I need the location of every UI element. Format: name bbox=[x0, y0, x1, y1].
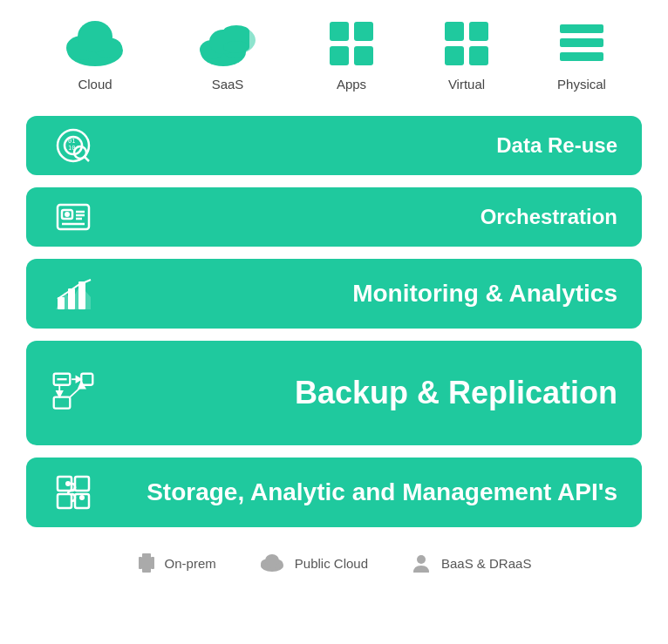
svg-text:01: 01 bbox=[68, 138, 75, 145]
baas-legend-item: BaaS & DRaaS bbox=[410, 552, 531, 574]
svg-point-27 bbox=[74, 146, 86, 159]
public-cloud-legend-item: Public Cloud bbox=[258, 552, 368, 574]
svg-rect-19 bbox=[469, 46, 488, 65]
backup-label: Backup & Replication bbox=[96, 375, 617, 411]
monitoring-icon-box bbox=[51, 273, 96, 315]
storage-label: Storage, Analytic and Management API's bbox=[96, 478, 617, 506]
storage-icon-box bbox=[51, 471, 96, 513]
svg-rect-15 bbox=[354, 46, 373, 65]
virtual-label: Virtual bbox=[448, 77, 485, 92]
svg-point-47 bbox=[65, 481, 71, 486]
orchestration-icon bbox=[54, 198, 92, 236]
monitoring-icon bbox=[52, 273, 94, 315]
svg-point-48 bbox=[79, 495, 85, 500]
svg-marker-40 bbox=[57, 391, 62, 397]
monitoring-label: Monitoring & Analytics bbox=[96, 280, 617, 308]
svg-rect-45 bbox=[58, 494, 72, 508]
cloud-icon bbox=[60, 17, 130, 70]
svg-rect-17 bbox=[469, 22, 488, 41]
svg-point-3 bbox=[78, 21, 112, 52]
orchestration-label: Orchestration bbox=[96, 205, 617, 229]
physical-icon bbox=[556, 17, 608, 70]
backup-icon bbox=[51, 369, 96, 417]
svg-point-55 bbox=[265, 554, 279, 566]
svg-rect-44 bbox=[75, 477, 89, 491]
backup-row: Backup & Replication bbox=[26, 341, 642, 445]
apps-label: Apps bbox=[337, 77, 366, 92]
orchestration-icon-box bbox=[51, 198, 96, 236]
storage-icon bbox=[52, 471, 94, 513]
svg-line-28 bbox=[85, 157, 89, 161]
public-cloud-label: Public Cloud bbox=[295, 556, 368, 571]
apps-icon bbox=[325, 17, 378, 70]
svg-rect-12 bbox=[330, 22, 349, 41]
saas-label: SaaS bbox=[212, 77, 244, 92]
saas-icon-item: SaaS bbox=[193, 17, 262, 92]
virtual-icon bbox=[440, 17, 493, 70]
baas-label: BaaS & DRaaS bbox=[441, 556, 531, 571]
data-reuse-icon-box: 01 10 bbox=[51, 126, 96, 165]
data-reuse-row: 01 10 Data Re-use bbox=[26, 116, 642, 175]
svg-rect-51 bbox=[151, 557, 154, 569]
features-list: 01 10 Data Re-use Orchestration bbox=[26, 116, 642, 527]
svg-point-56 bbox=[417, 555, 426, 564]
svg-point-32 bbox=[65, 212, 70, 217]
svg-rect-50 bbox=[139, 557, 142, 569]
svg-rect-20 bbox=[560, 24, 603, 33]
svg-rect-39 bbox=[81, 374, 92, 385]
top-icons-row: Cloud SaaS Apps bbox=[29, 17, 639, 92]
onprem-icon bbox=[137, 552, 156, 574]
svg-marker-38 bbox=[77, 376, 81, 382]
svg-rect-49 bbox=[142, 553, 151, 573]
physical-label: Physical bbox=[557, 77, 606, 92]
svg-point-11 bbox=[223, 41, 249, 53]
svg-rect-13 bbox=[354, 22, 373, 41]
orchestration-row: Orchestration bbox=[26, 187, 642, 247]
svg-rect-16 bbox=[445, 22, 464, 41]
physical-icon-item: Physical bbox=[556, 17, 608, 92]
svg-rect-22 bbox=[560, 52, 603, 61]
virtual-icon-item: Virtual bbox=[440, 17, 493, 92]
onprem-legend-item: On-prem bbox=[137, 552, 216, 574]
svg-rect-14 bbox=[330, 46, 349, 65]
onprem-label: On-prem bbox=[165, 556, 216, 571]
public-cloud-icon bbox=[258, 553, 286, 573]
apps-icon-item: Apps bbox=[325, 17, 378, 92]
svg-rect-21 bbox=[560, 38, 603, 47]
data-reuse-label: Data Re-use bbox=[96, 133, 617, 158]
data-reuse-icon: 01 10 bbox=[54, 126, 92, 165]
cloud-icon-item: Cloud bbox=[60, 17, 130, 92]
baas-icon bbox=[410, 552, 433, 574]
svg-marker-42 bbox=[79, 383, 85, 389]
storage-row: Storage, Analytic and Management API's bbox=[26, 458, 642, 527]
monitoring-row: Monitoring & Analytics bbox=[26, 259, 642, 329]
svg-rect-18 bbox=[445, 46, 464, 65]
cloud-label: Cloud bbox=[78, 77, 112, 92]
saas-icon bbox=[193, 17, 262, 70]
legend: On-prem Public Cloud BaaS & DRaaS bbox=[26, 552, 642, 574]
backup-icon-box bbox=[51, 369, 96, 417]
svg-rect-41 bbox=[54, 397, 71, 409]
